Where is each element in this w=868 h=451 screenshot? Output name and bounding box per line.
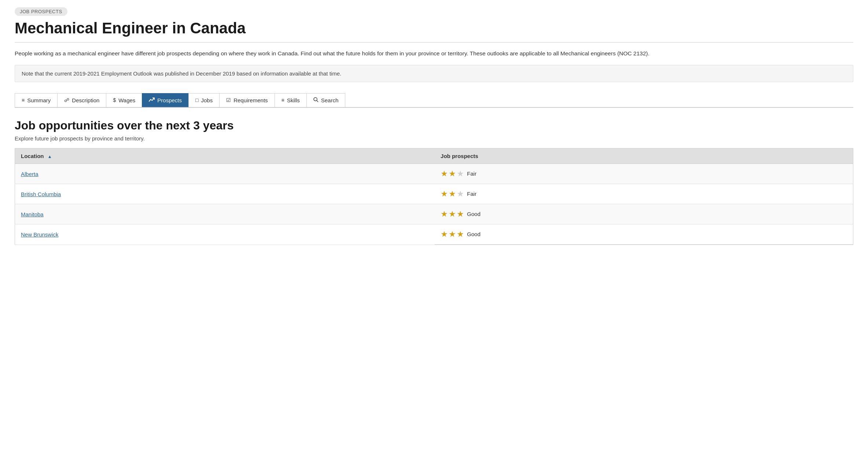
summary-icon: ≡ <box>22 97 25 103</box>
tab-description[interactable]: ☍ Description <box>57 93 106 107</box>
wages-icon: $ <box>113 97 116 103</box>
prospect-label: Good <box>467 211 481 217</box>
jobs-icon: □ <box>195 97 198 103</box>
tab-description-label: Description <box>72 97 99 103</box>
location-cell: British Columbia <box>15 184 435 204</box>
stars: ★★★ <box>441 189 464 199</box>
filled-star-icon: ★ <box>441 209 448 219</box>
col-prospects: Job prospects <box>435 148 853 164</box>
filled-star-icon: ★ <box>449 209 456 219</box>
prospects-table: Location ▲ Job prospects Alberta★★★FairB… <box>15 148 853 245</box>
tab-skills[interactable]: ≡ Skills <box>275 93 307 107</box>
col-prospects-label: Job prospects <box>441 153 478 159</box>
tab-skills-label: Skills <box>287 97 300 103</box>
table-row: British Columbia★★★Fair <box>15 184 853 204</box>
tab-requirements-label: Requirements <box>233 97 268 103</box>
empty-star-icon: ★ <box>457 189 464 199</box>
prospect-cell: ★★★Fair <box>435 164 853 184</box>
col-location[interactable]: Location ▲ <box>15 148 435 164</box>
prospect-cell: ★★★Good <box>435 224 853 245</box>
filled-star-icon: ★ <box>449 169 456 179</box>
filled-star-icon: ★ <box>449 189 456 199</box>
svg-line-1 <box>317 100 318 102</box>
filled-star-icon: ★ <box>441 189 448 199</box>
prospect-cell: ★★★Good <box>435 204 853 224</box>
location-cell: New Brunswick <box>15 224 435 245</box>
filled-star-icon: ★ <box>457 230 464 239</box>
location-link[interactable]: British Columbia <box>21 191 61 197</box>
tab-summary[interactable]: ≡ Summary <box>15 93 58 107</box>
tab-prospects-label: Prospects <box>157 97 182 103</box>
page-title: Mechanical Engineer in Canada <box>15 19 853 37</box>
description-text: People working as a mechanical engineer … <box>15 49 853 58</box>
tab-search-label: Search <box>321 97 339 103</box>
filled-star-icon: ★ <box>457 209 464 219</box>
prospect-cell: ★★★Fair <box>435 184 853 204</box>
tab-wages[interactable]: $ Wages <box>106 93 142 107</box>
location-cell: Alberta <box>15 164 435 184</box>
prospect-label: Fair <box>467 191 477 197</box>
prospects-icon <box>149 97 155 103</box>
filled-star-icon: ★ <box>441 169 448 179</box>
location-link[interactable]: Manitoba <box>21 211 44 217</box>
section-subtitle: Explore future job prospects by province… <box>15 135 853 142</box>
table-header-row: Location ▲ Job prospects <box>15 148 853 164</box>
tab-jobs-label: Jobs <box>201 97 213 103</box>
table-row: New Brunswick★★★Good <box>15 224 853 245</box>
table-row: Alberta★★★Fair <box>15 164 853 184</box>
section-title: Job opportunities over the next 3 years <box>15 119 853 132</box>
prospect-label: Good <box>467 231 481 237</box>
stars: ★★★ <box>441 209 464 219</box>
tab-nav: ≡ Summary ☍ Description $ Wages Prospect… <box>15 93 853 108</box>
description-icon: ☍ <box>64 97 69 103</box>
tab-jobs[interactable]: □ Jobs <box>188 93 220 107</box>
stars: ★★★ <box>441 230 464 239</box>
sort-arrow-icon: ▲ <box>48 154 52 159</box>
tab-prospects[interactable]: Prospects <box>142 93 189 107</box>
tab-search[interactable]: Search <box>306 93 346 107</box>
location-cell: Manitoba <box>15 204 435 224</box>
prospect-label: Fair <box>467 170 477 177</box>
col-location-label: Location <box>21 153 44 159</box>
filled-star-icon: ★ <box>449 230 456 239</box>
empty-star-icon: ★ <box>457 169 464 179</box>
title-divider <box>15 42 853 43</box>
tab-requirements[interactable]: ☑ Requirements <box>219 93 275 107</box>
tab-summary-label: Summary <box>27 97 51 103</box>
tab-wages-label: Wages <box>118 97 135 103</box>
search-icon <box>313 97 319 103</box>
note-box: Note that the current 2019-2021 Employme… <box>15 65 853 82</box>
svg-point-0 <box>314 98 317 101</box>
requirements-icon: ☑ <box>226 97 231 103</box>
location-link[interactable]: Alberta <box>21 171 38 177</box>
skills-icon: ≡ <box>282 97 284 103</box>
location-link[interactable]: New Brunswick <box>21 231 59 238</box>
stars: ★★★ <box>441 169 464 179</box>
filled-star-icon: ★ <box>441 230 448 239</box>
job-prospects-badge: JOB PROSPECTS <box>15 7 67 16</box>
table-row: Manitoba★★★Good <box>15 204 853 224</box>
